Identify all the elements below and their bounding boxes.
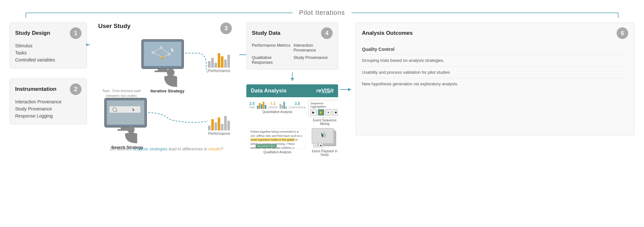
performance-top: Performance [208,50,230,73]
highlighted-text: most important nodes in the graph [251,138,295,141]
svg-marker-35 [348,88,351,91]
seq-btn-stop[interactable]: ■ [333,109,338,116]
svg-marker-31 [290,78,294,81]
outcomes-panel: Analysis Outcomes 6 Quality Control Grou… [354,23,634,135]
playback-stack: + ■ [312,128,337,147]
revisit-logo: reVISit [316,88,334,94]
stat-conf-lbl: CONFIDENCE [289,106,306,109]
user-study-diagram: Iterative Strategy [98,32,242,151]
study-design-item-tasks: Tasks [15,49,81,56]
pb-btn-stop[interactable]: ■ [318,143,323,147]
stat-time-val: 2.5 [249,101,255,106]
outcomes-title: Analysis Outcomes [362,30,413,36]
text-snippet: Robert together being connected to w Jon… [249,128,306,149]
instrumentation-item-3: Response Logging [15,112,81,119]
instrumentation-item-1: Interaction Provenance [15,98,81,105]
stat-conf-val: 3.5 [295,101,300,106]
arrow-down-svg [289,72,296,82]
qualitative-cell: Robert together being connected to w Jon… [249,128,306,156]
bottom-person-svg [122,126,140,147]
seq-btn-hand[interactable]: ✋ [318,109,324,116]
outcomes-list: Quality Control Grouping trials based on… [362,44,628,90]
user-study-panel: User Study 3 [87,23,242,151]
study-design-card: Study Design 1 Stimulus Tasks Controlled… [10,23,87,68]
arrow-outcomes-svg [340,87,353,92]
quantitative-label: Quantitative Analysis [262,110,292,114]
playback-controls: + ■ [313,143,323,147]
task-label: Task : Find shortest path between two no… [98,89,145,99]
arrow-to-outcomes [338,87,354,92]
data-analysis-title: Data Analysis [251,88,287,94]
seq-btn-plus[interactable]: + [325,109,332,116]
svg-point-27 [128,126,135,133]
highlight-results: results [208,147,221,151]
stat-order-val: 7.1 [270,101,276,106]
study-design-list: Stimulus Tasks Controlled variables [15,42,81,63]
playback-cell: + ■ Event Playback in Study [308,128,338,156]
outcomes-box: Analysis Outcomes 6 Quality Control Grou… [356,23,634,135]
event-sequence-label: Event Sequence Mining [308,118,338,126]
study-data-item-2: Interaction Provenance [294,43,333,52]
revisit-vis: VIS [321,88,330,94]
data-analysis-box: Data Analysis reVISit 2.5 TIME [246,84,338,159]
event-playback-label: Event Playback in Study [308,149,338,156]
study-data-grid: Performance Metrics Interaction Provenan… [252,43,333,65]
quantitative-cell: 2.5 TIME 7.1 [249,100,306,126]
main-container: Pilot Iterations Study Design 1 Stimulus… [0,0,644,227]
study-design-title: Study Design [15,30,50,36]
user-study-title: User Study [98,23,130,30]
seq-agg-label: Sequence Aggregation [310,102,338,108]
seq-agg-box: Sequence Aggregation ▶ ✋ + ■ [308,100,338,118]
arrow-down-container [246,70,338,84]
badge-1: 1 [70,27,81,39]
study-data-item-1: Performance Metrics [252,43,291,52]
instrumentation-title: Instrumentation [15,86,56,92]
outcomes-item-3: Usability and process validation for pil… [362,67,628,79]
study-design-item-controlled: Controlled variables [15,56,81,63]
seq-btn-play[interactable]: ▶ [310,109,317,116]
svg-rect-21 [109,106,140,113]
performance-bottom-label: Performance [208,131,230,136]
stat-time-lbl: TIME [249,106,255,109]
badge-6: 6 [617,27,628,39]
seq-buttons: ▶ ✋ + ■ [310,109,338,116]
left-panel: Study Design 1 Stimulus Tasks Controlled… [10,23,87,124]
study-data-item-4: Study Provenance [294,55,333,65]
thumb-front [312,128,334,144]
text-snippet-content: Robert together being connected to w Jon… [251,130,302,137]
study-data-panel: Study Data 4 Performance Metrics Interac… [242,23,338,159]
outcomes-item-1: Quality Control [362,44,628,55]
instrumentation-list: Interaction Provenance Study Provenance … [15,98,81,119]
stat-order-lbl: ORDER [268,106,278,109]
outcomes-item-4: New hypothesis generation via explorator… [362,78,628,90]
highlight-analysis: analysis strategies [133,147,167,151]
data-analysis-content: 2.5 TIME 7.1 [246,97,338,159]
study-design-item-stimulus: Stimulus [15,42,81,49]
svg-point-18 [167,69,175,76]
study-data-title: Study Data [252,30,280,36]
pb-btn-plus[interactable]: + [313,143,318,147]
pilot-iterations-title: Pilot Iterations [293,9,352,16]
badge-4: 4 [321,27,333,39]
performance-bottom: Performance [208,113,230,136]
mini-stats-row: 2.5 TIME 7.1 [249,100,306,109]
data-analysis-header: Data Analysis reVISit [246,84,338,97]
instrumentation-card: Instrumentation 2 Interaction Provenance… [10,79,87,124]
instrumentation-item-2: Study Provenance [15,105,81,112]
badge-2: 2 [70,83,81,95]
outcomes-item-2: Grouping trials based on analysis strate… [362,55,628,67]
iterative-strategy-label: Iterative Strategy [148,89,187,93]
qualitative-label: Qualitative Analysis [249,150,306,154]
study-data-item-3: Qualitative Responses [252,55,291,65]
study-data-card: Study Data 4 Performance Metrics Interac… [246,23,338,70]
outcomes-header: Analysis Outcomes 6 [362,27,628,39]
performance-top-label: Performance [208,69,230,73]
top-person-svg [161,68,180,90]
bottom-question: Do different analysis strategies lead to… [98,147,235,151]
thumb-cursor-svg [318,131,327,141]
svg-rect-6 [144,42,181,66]
interesting-tag: Interesting Pattern [256,144,277,148]
sequence-cell: Sequence Aggregation ▶ ✋ + ■ Event Seque… [308,100,338,126]
